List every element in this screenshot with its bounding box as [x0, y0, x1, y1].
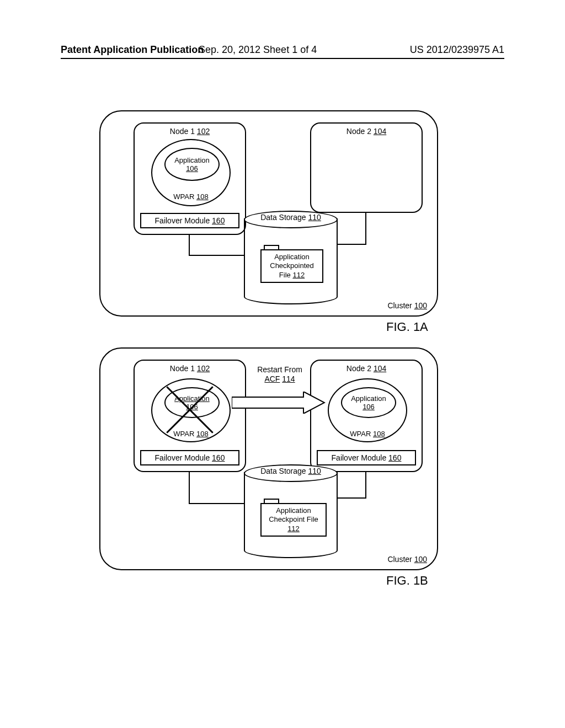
- figB-node2-wpar: Application 106 WPAR 108: [328, 378, 407, 442]
- figB-restart-line2-wrap: ACF 114: [249, 374, 310, 384]
- figA-application: Application 106: [164, 148, 220, 181]
- figA-node1-ref: 102: [197, 127, 210, 136]
- figA-node2-label: Node 2: [347, 127, 371, 136]
- figA-datastore: Data Storage 110 Application Checkpointe…: [244, 211, 338, 304]
- figB-node1-ref: 102: [197, 364, 210, 373]
- figB-acf: Application Checkpoint File 112: [260, 503, 327, 537]
- figB-node1-title: Node 1 102: [135, 364, 245, 373]
- figA-conn-n1-h: [189, 255, 244, 256]
- figB-node1-label: Node 1: [170, 364, 195, 373]
- figB-node2-app-ref: 106: [363, 403, 375, 411]
- figB-node2-ref: 104: [374, 364, 386, 373]
- page-header: Patent Application Publication Sep. 20, …: [61, 44, 504, 56]
- figB-node1-failover-label: Failover Module: [155, 453, 210, 462]
- figB-restart-line1: Restart From: [249, 365, 310, 374]
- header-left: Patent Application Publication: [61, 44, 204, 55]
- figB-node2: Node 2 104 Application 106 WPAR 108 Fail…: [310, 360, 423, 472]
- figB-acf-line1: Application: [265, 506, 322, 515]
- svg-marker-0: [232, 392, 324, 414]
- figA-acf-line3: File: [279, 271, 291, 279]
- figB-node2-wpar-text: WPAR: [350, 430, 371, 438]
- header-rule: [61, 58, 504, 59]
- figA-wpar-ref: 108: [196, 192, 209, 201]
- figB-acf-ref: 112: [265, 524, 322, 533]
- figB-node2-wpar-ref: 108: [373, 430, 385, 438]
- figB-node1-failover-ref: 160: [212, 453, 225, 462]
- figB-cluster-ref: 100: [414, 555, 427, 564]
- figA-wpar-label: WPAR 108: [152, 192, 230, 201]
- figA-acf-line2: Checkpointed: [265, 261, 319, 270]
- figB-node2-app-label: Application: [351, 394, 386, 403]
- figA-app-ref: 106: [186, 164, 198, 173]
- header-right: US 2012/0239975 A1: [410, 44, 504, 56]
- figA-wpar-text: WPAR: [173, 192, 194, 201]
- figB-restart-ref: 114: [282, 374, 295, 383]
- figB-node2-title: Node 2 104: [311, 364, 422, 373]
- figA-cluster-label: Cluster 100: [387, 301, 427, 310]
- figB-node2-application: Application 106: [341, 387, 396, 418]
- figA-node1-label: Node 1: [170, 127, 195, 136]
- figB-conn-n2-h: [338, 497, 366, 499]
- figA-cluster-text: Cluster: [387, 301, 412, 310]
- figA-node1-title: Node 1 102: [135, 127, 245, 136]
- figB-datastore: Data Storage 110 Application Checkpoint …: [244, 464, 338, 558]
- figA-acf-line1: Application: [265, 253, 319, 261]
- figB-node2-label: Node 2: [347, 364, 371, 373]
- figB-cluster-frame: Cluster 100 Node 1 102 Application 106 W…: [99, 347, 438, 570]
- figA-wpar: Application 106 WPAR 108: [151, 139, 231, 206]
- header-center: Sep. 20, 2012 Sheet 1 of 4: [199, 44, 317, 56]
- figA-node2-title: Node 2 104: [311, 127, 422, 136]
- figB-node2-wpar-label: WPAR 108: [329, 430, 406, 438]
- figA-datastore-ref: 110: [308, 213, 321, 222]
- figA-acf-line3-wrap: File 112: [265, 271, 319, 280]
- figA-failover-label: Failover Module: [155, 216, 210, 225]
- figA-failover-ref: 160: [212, 216, 225, 225]
- figB-x-icon: [153, 377, 226, 442]
- figA-node2: Node 2 104: [310, 122, 423, 213]
- figB-arrow-icon: [232, 392, 326, 414]
- figB-cluster-text: Cluster: [387, 555, 412, 564]
- figA-failover: Failover Module 160: [140, 213, 239, 228]
- figB-conn-n1-h: [189, 503, 244, 504]
- figA-cluster-ref: 100: [414, 301, 427, 310]
- figB-datastore-title: Data Storage 110: [244, 467, 338, 475]
- figB-acf-line2: Checkpoint File: [265, 515, 322, 524]
- figA-acf-ref: 112: [292, 271, 305, 279]
- figA-caption: FIG. 1A: [386, 320, 428, 334]
- figA-datastore-label: Data Storage: [260, 213, 306, 222]
- figB-node1-failover: Failover Module 160: [140, 450, 239, 465]
- figB-restart-line2: ACF: [264, 374, 280, 383]
- figB-cluster-label: Cluster 100: [387, 555, 427, 564]
- figA-conn-n2-h: [338, 244, 366, 245]
- figA-acf: Application Checkpointed File 112: [260, 249, 323, 283]
- figB-conn-n2-v: [365, 471, 366, 497]
- page: Patent Application Publication Sep. 20, …: [0, 0, 565, 728]
- figB-conn-n1-v: [189, 471, 190, 503]
- figA-app-label: Application: [174, 156, 210, 164]
- figA-node2-ref: 104: [374, 127, 386, 136]
- figA-conn-n2-v: [365, 212, 366, 244]
- figB-node2-failover-ref: 160: [388, 453, 401, 462]
- figA-datastore-title: Data Storage 110: [244, 213, 338, 222]
- figA-node1: Node 1 102 Application 106 WPAR 108 Fail…: [134, 122, 246, 235]
- figB-node2-failover: Failover Module 160: [317, 450, 416, 465]
- figA-conn-n1-v: [189, 234, 190, 255]
- figB-restart-label: Restart From ACF 114: [249, 365, 310, 384]
- figB-node2-failover-label: Failover Module: [332, 453, 387, 462]
- figB-node1: Node 1 102 Application 106 WPAR 108 Fail…: [134, 360, 246, 472]
- figB-caption: FIG. 1B: [386, 574, 428, 588]
- figB-datastore-ref: 110: [308, 467, 321, 475]
- figB-datastore-label: Data Storage: [260, 467, 306, 475]
- figA-cluster-frame: Cluster 100 Node 1 102 Application 106 W…: [99, 110, 438, 317]
